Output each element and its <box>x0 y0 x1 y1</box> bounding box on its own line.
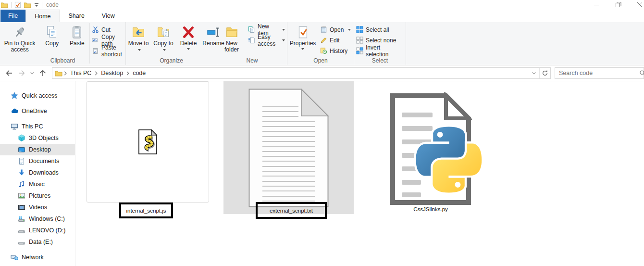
sidebar-item-label: This PC <box>22 123 43 130</box>
maximize-button[interactable] <box>607 0 629 10</box>
sidebar-item-this-pc[interactable]: This PC <box>0 121 75 132</box>
search-icon[interactable] <box>636 70 644 76</box>
sidebar-item-videos[interactable]: Videos <box>0 202 75 213</box>
up-button[interactable] <box>37 67 49 79</box>
tab-view[interactable]: View <box>93 10 124 22</box>
pin-to-quick-access-label: Pin to Quick access <box>4 40 36 53</box>
file-name-label: CssJSlinks.py <box>389 206 472 212</box>
pin-to-quick-access-button[interactable]: Pin to Quick access <box>0 22 39 53</box>
ribbon-group-clipboard: Pin to Quick access Copy Paste Cut <box>0 22 126 65</box>
sidebar-item-onedrive[interactable]: OneDrive <box>0 105 75 117</box>
edit-button[interactable]: Edit <box>318 36 353 45</box>
breadcrumb-desktop[interactable]: Desktop <box>99 70 125 76</box>
desktop-monitor-icon <box>18 146 25 153</box>
sidebar-item-network[interactable]: Network <box>0 252 75 263</box>
file-tile-cssjslinks-py[interactable] <box>389 92 487 206</box>
tab-file[interactable]: File <box>0 10 25 22</box>
select-none-label: Select none <box>366 37 396 44</box>
file-tile-internal-script-js[interactable] <box>87 81 209 203</box>
dropdown-arrow-icon <box>348 29 351 31</box>
minimize-button[interactable] <box>586 0 607 10</box>
clipboard-group-label: Clipboard <box>0 57 125 64</box>
sidebar-item-downloads[interactable]: Downloads <box>0 167 75 178</box>
copy-button[interactable]: Copy <box>39 22 64 47</box>
breadcrumb-code[interactable]: code <box>131 70 148 76</box>
breadcrumb-chevron-icon[interactable] <box>94 71 98 76</box>
music-note-icon <box>18 180 25 188</box>
ribbon-group-open: Properties Open Edit History <box>287 22 354 65</box>
select-none-button[interactable]: Select none <box>354 36 406 45</box>
select-all-label: Select all <box>366 26 389 33</box>
document-icon <box>18 157 25 165</box>
quick-access-star-icon <box>11 92 18 100</box>
windows-drive-icon <box>18 215 25 223</box>
copy-to-button[interactable]: Copy to <box>151 22 176 53</box>
breadcrumb-chevron-icon[interactable] <box>63 71 67 76</box>
easy-access-label: Easy access <box>258 34 278 47</box>
tab-share[interactable]: Share <box>60 10 93 22</box>
sidebar-item-pictures[interactable]: Pictures <box>0 190 75 202</box>
open-icon <box>320 26 327 33</box>
file-list-area[interactable]: internal_script.js external_script.txt <box>76 81 644 266</box>
tab-home[interactable]: Home <box>25 10 60 22</box>
select-all-button[interactable]: Select all <box>354 25 406 34</box>
sidebar-item-quick-access[interactable]: Quick access <box>0 90 75 101</box>
forward-button[interactable] <box>15 67 28 79</box>
breadcrumb-chevron-icon[interactable] <box>126 71 130 76</box>
sidebar-item-documents[interactable]: Documents <box>0 155 75 167</box>
sidebar-item-data-e[interactable]: Data (E:) <box>0 236 75 248</box>
sidebar-item-label: Network <box>22 254 44 261</box>
delete-button[interactable]: Delete <box>176 22 201 50</box>
sidebar-item-3d-objects[interactable]: 3D Objects <box>0 132 75 144</box>
breadcrumb-this-pc[interactable]: This PC <box>68 70 93 76</box>
cube-icon <box>18 134 25 142</box>
ribbon-filler <box>406 22 644 65</box>
recent-locations-dropdown[interactable] <box>28 67 37 79</box>
history-icon <box>320 47 327 54</box>
back-button[interactable] <box>3 67 15 79</box>
open-button[interactable]: Open <box>318 25 353 34</box>
sidebar-item-lenovo-d[interactable]: LENOVO (D:) <box>0 225 75 236</box>
new-folder-label: New folder <box>224 40 239 53</box>
paste-icon <box>70 24 84 40</box>
select-none-icon <box>356 37 363 44</box>
address-dropdown-icon[interactable] <box>529 68 539 78</box>
text-document-file-icon <box>248 89 329 207</box>
search-box[interactable] <box>555 67 644 79</box>
address-bar[interactable]: This PC Desktop code <box>52 67 551 79</box>
sidebar-item-windows-c[interactable]: Windows (C:) <box>0 213 75 225</box>
move-to-icon <box>131 24 146 40</box>
sidebar-item-desktop[interactable]: Desktop <box>0 144 75 155</box>
customize-qat-dropdown-icon[interactable] <box>34 3 39 7</box>
cut-button[interactable]: Cut <box>90 25 125 34</box>
new-folder-button[interactable]: New folder <box>217 22 246 53</box>
paste-shortcut-button[interactable]: Paste shortcut <box>90 46 125 55</box>
new-item-button[interactable]: New item <box>246 25 287 34</box>
copy-to-label: Copy to <box>153 40 173 47</box>
sidebar-item-label: Quick access <box>22 92 57 99</box>
file-explorer-window: { "window": { "title": "code" }, "tabs":… <box>0 0 644 266</box>
history-button[interactable]: History <box>318 46 353 55</box>
new-folder-qat-icon[interactable] <box>24 2 31 8</box>
easy-access-button[interactable]: Easy access <box>246 36 287 45</box>
ribbon: Pin to Quick access Copy Paste Cut <box>0 22 644 65</box>
properties-qat-icon[interactable] <box>14 1 21 8</box>
file-name-label: external_script.txt <box>270 208 313 214</box>
move-to-button[interactable]: Move to <box>126 22 151 53</box>
sidebar-item-music[interactable]: Music <box>0 178 75 190</box>
delete-label: Delete <box>180 40 197 47</box>
properties-button[interactable]: Properties <box>287 22 318 50</box>
copy-path-button[interactable]: Copy path <box>90 36 125 45</box>
sidebar-item-label: Windows (C:) <box>29 215 65 222</box>
search-input[interactable] <box>555 70 636 76</box>
file-tile-external-script-txt[interactable] <box>223 81 354 214</box>
paste-shortcut-label: Paste shortcut <box>101 44 124 58</box>
close-button[interactable] <box>629 0 644 10</box>
invert-selection-button[interactable]: Invert selection <box>354 46 406 55</box>
navigation-pane: Quick access OneDrive This PC 3D Objects… <box>0 81 75 266</box>
sidebar-item-label: OneDrive <box>22 108 47 114</box>
sidebar-item-label: LENOVO (D:) <box>29 227 65 234</box>
paste-button[interactable]: Paste <box>64 22 89 47</box>
refresh-icon[interactable] <box>540 68 550 78</box>
breadcrumb: This PC Desktop code <box>52 70 529 76</box>
